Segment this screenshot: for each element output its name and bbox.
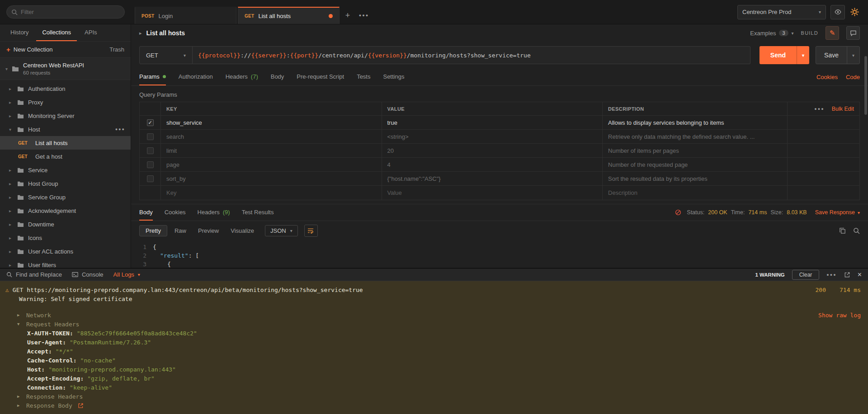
- wrap-lines-button[interactable]: [304, 225, 318, 237]
- tab-headers[interactable]: Headers(7): [226, 69, 258, 85]
- url-input[interactable]: {{protocol}}://{{server}}:{{port}}/centr…: [193, 46, 750, 64]
- param-value-cell[interactable]: Value: [382, 186, 603, 200]
- tab-body[interactable]: Body: [271, 69, 284, 85]
- sidebar-folder-monitoring-server[interactable]: ▸ Monitoring Server: [0, 109, 131, 122]
- collapse-chevron-icon[interactable]: ▸: [139, 30, 142, 36]
- code-link[interactable]: Code: [846, 74, 860, 80]
- param-value-cell[interactable]: true: [382, 116, 603, 129]
- param-key-cell[interactable]: page: [160, 158, 382, 171]
- environment-preview-button[interactable]: [830, 5, 845, 19]
- find-and-replace-button[interactable]: Find and Replace: [6, 271, 62, 278]
- bulk-edit-link[interactable]: Bulk Edit: [832, 106, 854, 112]
- param-value-cell[interactable]: <string>: [382, 130, 603, 143]
- show-raw-log-link[interactable]: Show raw log: [818, 312, 868, 319]
- sidebar-folder-icons[interactable]: ▸ Icons: [0, 231, 131, 245]
- param-key-cell[interactable]: show_service: [160, 116, 382, 129]
- folder-options-button[interactable]: ●●●: [115, 127, 125, 132]
- close-console-button[interactable]: ×: [858, 271, 862, 279]
- param-description-cell[interactable]: Number of the requested page: [602, 158, 787, 171]
- tab-collections[interactable]: Collections: [36, 24, 77, 41]
- view-pretty-button[interactable]: Pretty: [139, 225, 167, 236]
- tab-test-results[interactable]: Test Results: [242, 204, 274, 221]
- param-key-cell[interactable]: search: [160, 130, 382, 143]
- param-key-cell[interactable]: Key: [160, 186, 382, 200]
- method-selector[interactable]: GET ▾: [139, 46, 193, 64]
- new-collection-button[interactable]: + New Collection: [6, 46, 52, 53]
- tab-apis[interactable]: APIs: [79, 24, 103, 41]
- param-description-cell[interactable]: Sort the resulted data by its properties: [602, 172, 787, 185]
- param-value-cell[interactable]: 4: [382, 158, 603, 171]
- sidebar-request-list-all-hosts[interactable]: GET List all hosts: [0, 136, 131, 150]
- log-filter-dropdown[interactable]: All Logs ▾: [113, 271, 140, 278]
- filter-input[interactable]: [21, 9, 120, 15]
- sidebar-folder-user-filters[interactable]: ▸ User filters: [0, 258, 131, 268]
- sidebar-folder-acknowledgement[interactable]: ▸ Acknowledgement: [0, 204, 131, 217]
- param-value-cell[interactable]: 20: [382, 144, 603, 157]
- request-tab-login[interactable]: POST Login: [135, 7, 236, 24]
- request-tab-list-all-hosts[interactable]: GET List all hosts: [238, 7, 340, 24]
- section-response-body[interactable]: ▶ Response Body: [0, 401, 868, 410]
- copy-response-button[interactable]: [839, 227, 846, 234]
- edit-documentation-button[interactable]: ✎: [826, 26, 839, 40]
- params-options-button[interactable]: ●●●: [814, 107, 824, 111]
- comments-button[interactable]: [846, 26, 860, 40]
- tab-params[interactable]: Params: [139, 69, 166, 85]
- param-checkbox[interactable]: [147, 161, 154, 168]
- response-body-editor[interactable]: 1 2 3 4 { "result": [ { "id": 174,: [131, 240, 868, 268]
- open-in-new-window-button[interactable]: [844, 272, 850, 278]
- trash-button[interactable]: Trash: [109, 46, 124, 53]
- param-checkbox[interactable]: ✓: [147, 119, 154, 126]
- search-response-button[interactable]: [853, 227, 860, 234]
- sidebar-folder-downtime[interactable]: ▸ Downtime: [0, 217, 131, 231]
- tab-tests[interactable]: Tests: [357, 69, 370, 85]
- settings-button[interactable]: [849, 7, 860, 17]
- send-options-button[interactable]: ▾: [797, 46, 809, 64]
- tab-response-cookies[interactable]: Cookies: [165, 204, 186, 221]
- examples-dropdown[interactable]: Examples 3 ▾: [750, 30, 793, 37]
- tab-pre-request-script[interactable]: Pre-request Script: [297, 69, 344, 85]
- sidebar-folder-host-group[interactable]: ▸ Host Group: [0, 177, 131, 190]
- sidebar-folder-host[interactable]: ▾ Host ●●●: [0, 122, 131, 136]
- clear-console-button[interactable]: Clear: [792, 270, 820, 280]
- scrollbar[interactable]: [864, 56, 867, 115]
- external-link-icon[interactable]: [78, 403, 84, 409]
- tab-history[interactable]: History: [5, 24, 34, 41]
- param-key-cell[interactable]: limit: [160, 144, 382, 157]
- view-raw-button[interactable]: Raw: [170, 226, 191, 236]
- view-preview-button[interactable]: Preview: [193, 226, 223, 236]
- param-description-cell[interactable]: Allows to display services belonging to …: [602, 116, 787, 129]
- network-warning-icon[interactable]: [675, 209, 681, 216]
- section-request-headers[interactable]: ▼ Request Headers: [0, 320, 868, 329]
- cookies-link[interactable]: Cookies: [816, 74, 838, 80]
- param-value-cell[interactable]: {"host.name":"ASC"}: [382, 172, 603, 185]
- sidebar-folder-proxy[interactable]: ▸ Proxy: [0, 95, 131, 109]
- tab-options-button[interactable]: ●●●: [356, 7, 372, 24]
- param-checkbox[interactable]: [147, 147, 154, 154]
- sidebar-folder-service-group[interactable]: ▸ Service Group: [0, 190, 131, 204]
- format-selector[interactable]: JSON ▾: [265, 225, 298, 236]
- tab-authorization[interactable]: Authorization: [179, 69, 213, 85]
- log-entry-request[interactable]: ⚠ GET https://monitoring-preprod.company…: [0, 285, 868, 294]
- save-button[interactable]: Save: [816, 47, 847, 64]
- param-checkbox[interactable]: [147, 175, 154, 182]
- tab-response-headers[interactable]: Headers(9): [198, 204, 230, 221]
- param-key-cell[interactable]: sort_by: [160, 172, 382, 185]
- section-network[interactable]: ▶ Network Show raw log: [0, 310, 868, 320]
- console-toggle-button[interactable]: Console: [72, 271, 104, 278]
- environment-selector[interactable]: Centreon Pre Prod ▾: [737, 5, 826, 19]
- param-description-cell[interactable]: Retrieve only data matching the defined …: [602, 130, 787, 143]
- save-response-button[interactable]: Save Response ▾: [815, 209, 860, 216]
- tab-response-body[interactable]: Body: [139, 204, 153, 221]
- param-checkbox[interactable]: [147, 133, 154, 140]
- tab-settings[interactable]: Settings: [383, 69, 404, 85]
- console-options-button[interactable]: ●●●: [826, 273, 836, 277]
- send-button[interactable]: Send: [760, 46, 797, 64]
- section-response-headers[interactable]: ▶ Response Headers: [0, 392, 868, 401]
- sidebar-folder-service[interactable]: ▸ Service: [0, 163, 131, 177]
- save-options-button[interactable]: ▾: [847, 47, 859, 64]
- collection-root[interactable]: ▾ Centreon Web RestAPI 60 requests: [0, 58, 131, 80]
- sidebar-folder-user-acl-actions[interactable]: ▸ User ACL actions: [0, 245, 131, 258]
- sidebar-filter[interactable]: [6, 5, 125, 19]
- param-description-cell[interactable]: Description: [602, 186, 787, 200]
- view-visualize-button[interactable]: Visualize: [226, 226, 259, 236]
